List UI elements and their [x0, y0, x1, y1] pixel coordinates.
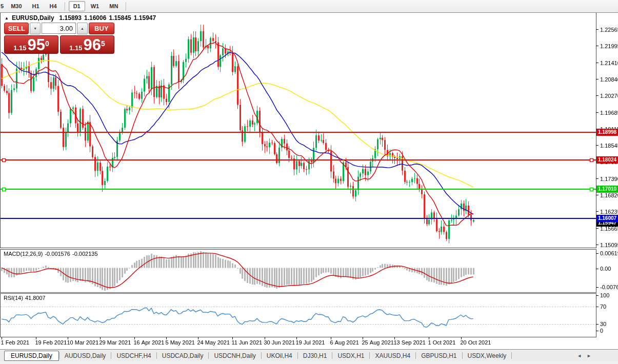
price-line-label-1.18998: 1.18998: [596, 129, 618, 136]
macd-label: MACD(12,26,9)-0.001576-0.002135: [4, 251, 100, 257]
tab-nav: ◄ ►: [577, 353, 591, 358]
symbol-tab-bar: EURUSD,DailyAUDUSD,DailyUSDCHF,H4USDCAD,…: [0, 349, 618, 361]
toolbar-separator: [126, 2, 127, 11]
buy-button[interactable]: BUY: [89, 23, 114, 34]
sell-price-big: 95: [28, 37, 45, 52]
buy-price-sup: 5: [101, 36, 105, 51]
timeframe-button-H4[interactable]: H4: [45, 1, 62, 11]
buy-price-box[interactable]: 1.15 96 5: [60, 35, 114, 54]
chart-tab-USDCAD-Daily[interactable]: USDCAD,Daily: [157, 351, 209, 360]
timeframe-button-M30[interactable]: M30: [6, 1, 26, 11]
macd-main-value: -0.001576: [45, 251, 70, 257]
chart-title: ▲ EURUSD,Daily 1.15893 1.16006 1.15845 1…: [5, 14, 158, 22]
sell-price-box[interactable]: 1.15 95 0: [4, 35, 58, 54]
ohlc-open: 1.15893: [59, 14, 82, 22]
chart-tab-XAUUSD-H4[interactable]: XAUUSD,H4: [370, 351, 415, 360]
buy-price-base: 1.15: [69, 44, 82, 52]
chart-tab-USDX-Weekly[interactable]: USDX,Weekly: [463, 351, 512, 360]
tab-scroll-right-icon[interactable]: ►: [587, 353, 591, 358]
ohlc-close: 1.15947: [134, 14, 156, 22]
price-line-label-1.17010: 1.17010: [596, 186, 618, 193]
chart-symbol-label: EURUSD,Daily: [12, 14, 54, 22]
tab-scroll-left-icon[interactable]: ◄: [577, 353, 582, 358]
tab-separator: [511, 352, 512, 359]
timeframe-toolbar: 5 M30H1H4D1W1MN: [0, 0, 618, 13]
chart-tab-AUDUSD-Daily[interactable]: AUDUSD,Daily: [59, 351, 111, 360]
timeframe-button-MN[interactable]: MN: [105, 1, 123, 11]
timeframe-button-H1[interactable]: H1: [28, 1, 44, 11]
chart-tab-DJ30-H1[interactable]: DJ30,H1: [298, 351, 332, 360]
timeframe-button-D1[interactable]: D1: [69, 1, 85, 11]
sell-button[interactable]: SELL: [4, 23, 29, 34]
toolbar-separator: [65, 2, 66, 11]
mt4-window: 5 M30H1H4D1W1MN ▲ EURUSD,Daily 1.15893 1…: [0, 0, 618, 364]
rsi-name: RSI(14): [4, 295, 23, 301]
chart-tab-GBPUSD-H1[interactable]: GBPUSD,H1: [416, 351, 462, 360]
price-line-label-1.16007: 1.16007: [596, 215, 618, 222]
chart-tab-USDCNH-Daily[interactable]: USDCNH,Daily: [209, 351, 261, 360]
rsi-value: 41.8007: [25, 295, 46, 301]
chart-tab-UKOil-H4[interactable]: UKOil,H4: [262, 351, 297, 360]
macd-name: MACD(12,26,9): [4, 251, 43, 257]
chart-tab-EURUSD-Daily[interactable]: EURUSD,Daily: [4, 351, 59, 361]
price-line-label-1.18024: 1.18024: [596, 156, 618, 164]
ohlc-low: 1.15845: [109, 14, 131, 22]
chart-tab-USDX-H1[interactable]: USDX,H1: [332, 351, 369, 360]
buy-price-big: 96: [84, 37, 101, 52]
chart-canvas[interactable]: [0, 0, 618, 364]
chart-tab-USDCHF-H4[interactable]: USDCHF,H4: [111, 351, 156, 360]
one-click-trade-panel: SELL ▼ ▲ BUY 1.15 95 0 1.15 96 5: [4, 23, 114, 54]
timeframe-button-W1[interactable]: W1: [86, 1, 104, 11]
volume-increase-button[interactable]: ▲: [77, 23, 88, 34]
ohlc-high: 1.16006: [84, 14, 106, 22]
volume-input[interactable]: [42, 23, 76, 34]
sell-price-sup: 0: [45, 36, 49, 51]
volume-decrease-button[interactable]: ▼: [30, 23, 41, 34]
macd-signal-value: -0.002135: [72, 251, 98, 257]
collapse-triangle-icon[interactable]: ▲: [5, 16, 9, 21]
timeframe-button-partial[interactable]: 5: [1, 3, 4, 9]
sell-price-base: 1.15: [13, 44, 26, 52]
rsi-label: RSI(14)41.8007: [4, 295, 48, 301]
